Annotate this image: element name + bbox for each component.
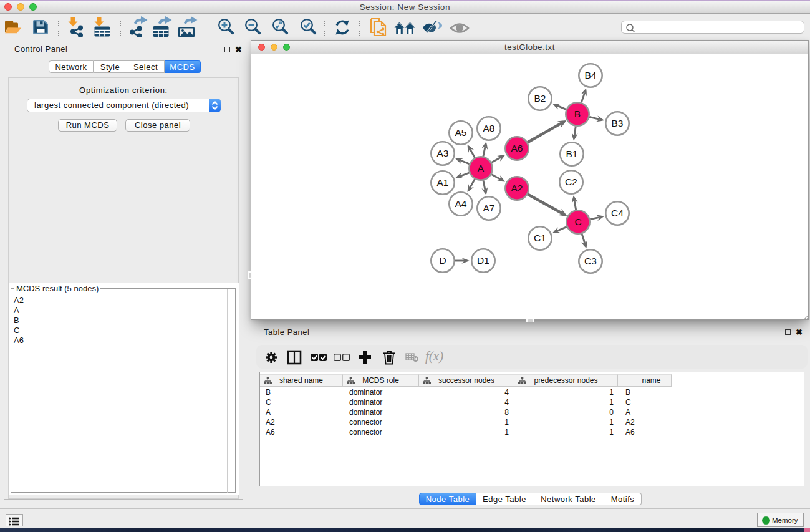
svg-text:B3: B3 [612,118,624,128]
svg-text:D1: D1 [477,255,489,266]
svg-text:A3: A3 [437,148,449,158]
svg-text:C3: C3 [584,256,597,266]
svg-text:B2: B2 [534,93,546,104]
svg-text:A8: A8 [483,123,495,133]
svg-text:C1: C1 [534,233,546,243]
svg-text:C: C [574,216,581,227]
svg-text:B: B [574,109,581,119]
svg-text:A1: A1 [437,177,449,188]
svg-text:A5: A5 [455,127,467,138]
svg-text:B1: B1 [566,148,578,159]
svg-text:A6: A6 [511,143,523,153]
svg-text:D: D [439,255,446,266]
svg-text:A7: A7 [483,203,495,213]
svg-text:C2: C2 [565,177,577,187]
svg-text:A4: A4 [455,198,467,209]
svg-text:C4: C4 [611,208,624,218]
svg-text:A: A [478,163,485,173]
svg-text:A2: A2 [511,183,523,193]
svg-text:B4: B4 [585,70,597,80]
